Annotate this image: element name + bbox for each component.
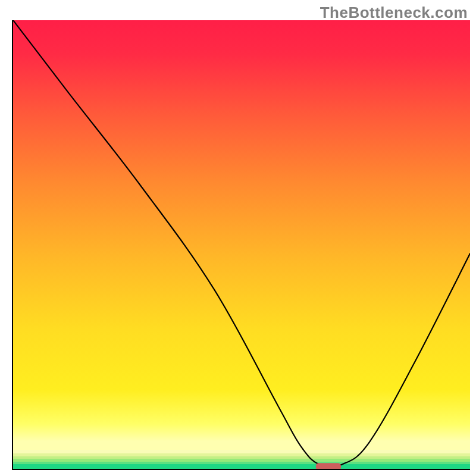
bottleneck-curve-path (13, 20, 470, 467)
optimal-marker (316, 463, 341, 470)
plot-area (12, 20, 470, 470)
curve-layer (13, 20, 470, 469)
watermark-text: TheBottleneck.com (320, 4, 468, 22)
bottleneck-chart: TheBottleneck.com (0, 0, 476, 476)
